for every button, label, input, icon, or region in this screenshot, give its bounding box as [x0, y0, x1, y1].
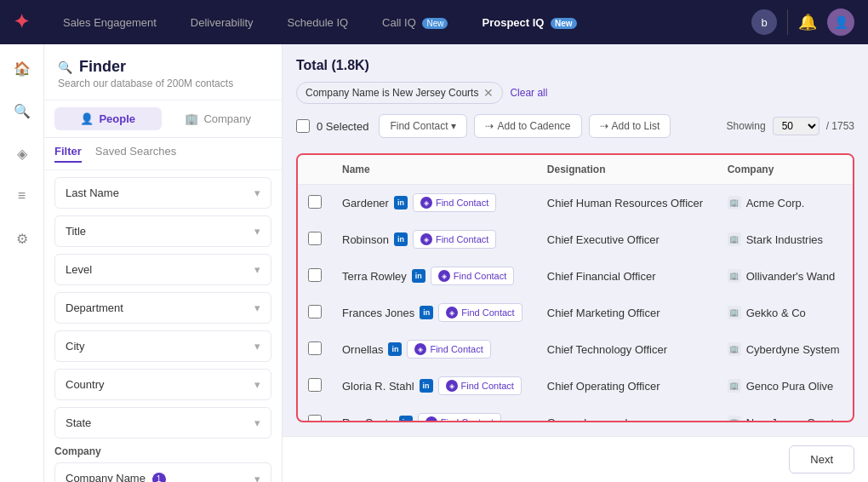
- logo-icon: ✦: [14, 11, 29, 33]
- company-building-icon: 🏢: [728, 269, 741, 283]
- find-contact-button[interactable]: ◈ Find Contact: [413, 230, 496, 249]
- add-to-list-button[interactable]: ⇢ Add to List: [589, 114, 671, 138]
- find-contact-dropdown[interactable]: Find Contact ▾: [379, 114, 467, 138]
- finder-header: 🔍 Finder Search our database of 200M con…: [44, 44, 282, 100]
- user-initial-avatar[interactable]: b: [751, 9, 777, 35]
- tab-people[interactable]: 👤 People: [54, 107, 162, 130]
- filter-panel: 🔍 Finder Search our database of 200M con…: [44, 44, 283, 482]
- tab-company[interactable]: 🏢 Company: [165, 107, 272, 130]
- find-contact-button[interactable]: ◈ Find Contact: [438, 376, 522, 395]
- row-company-cell: 🏢 Stark Industries: [717, 221, 853, 258]
- filter-tab-filter[interactable]: Filter: [54, 145, 82, 163]
- company-name: Cyberdyne System: [746, 343, 840, 356]
- header-name-col: Name: [332, 155, 537, 185]
- notification-icon[interactable]: 🔔: [798, 13, 817, 32]
- table-row: Robinson in ◈ Find Contact Chief Executi…: [298, 221, 853, 258]
- nav-call-iq[interactable]: Call IQ New: [375, 13, 454, 32]
- contact-name: Roy Coats: [342, 416, 394, 423]
- find-contact-button[interactable]: ◈ Find Contact: [407, 340, 490, 359]
- row-checkbox-cell: [298, 368, 332, 405]
- company-building-icon: 🏢: [728, 196, 741, 209]
- linkedin-icon[interactable]: in: [420, 306, 433, 319]
- row-company-cell: 🏢 Genco Pura Olive: [717, 368, 853, 405]
- header-company-col: Company: [717, 155, 853, 185]
- chevron-down-icon: ▾: [254, 186, 260, 199]
- sidebar-settings-icon[interactable]: ⚙: [9, 225, 36, 252]
- row-checkbox[interactable]: [308, 305, 322, 318]
- clear-all-button[interactable]: Clear all: [510, 87, 547, 99]
- user-avatar[interactable]: 👤: [827, 9, 854, 36]
- filter-state[interactable]: State ▾: [54, 407, 271, 439]
- filter-last-name[interactable]: Last Name ▾: [54, 177, 271, 209]
- row-checkbox[interactable]: [308, 378, 322, 392]
- linkedin-icon[interactable]: in: [420, 379, 433, 393]
- linkedin-icon[interactable]: in: [412, 269, 425, 283]
- main-layout: 🏠 🔍 ◈ ≡ ⚙ 🔍 Finder Search our database o…: [0, 44, 868, 482]
- selected-count-label: 0 Selected: [317, 120, 368, 133]
- sidebar-home-icon[interactable]: 🏠: [9, 55, 36, 82]
- linkedin-icon[interactable]: in: [399, 416, 413, 422]
- find-contact-button[interactable]: ◈ Find Contact: [413, 193, 496, 212]
- filter-chips: Company Name is New Jersey Courts ✕ Clea…: [296, 82, 854, 104]
- row-name-cell: Robinson in ◈ Find Contact: [332, 221, 537, 258]
- row-checkbox[interactable]: [308, 415, 322, 423]
- per-page-select[interactable]: 50 100: [773, 117, 819, 135]
- row-checkbox[interactable]: [308, 268, 322, 282]
- active-filter-chip: Company Name is New Jersey Courts ✕: [296, 82, 503, 104]
- contact-name: Ornellas: [342, 343, 383, 356]
- table-row: Gloria R. Stahl in ◈ Find Contact Chief …: [298, 368, 853, 405]
- row-checkbox[interactable]: [308, 232, 322, 245]
- nav-sales-engagement[interactable]: Sales Engagement: [56, 13, 163, 32]
- company-name: Stark Industries: [746, 233, 823, 246]
- prospect-icon: ◈: [438, 270, 450, 282]
- find-contact-button[interactable]: ◈ Find Contact: [431, 267, 514, 285]
- cadence-icon: ⇢: [485, 120, 494, 132]
- filter-title[interactable]: Title ▾: [54, 215, 271, 247]
- linkedin-icon[interactable]: in: [388, 342, 402, 356]
- nav-deliverability[interactable]: Deliverability: [184, 13, 260, 32]
- linkedin-icon[interactable]: in: [394, 196, 408, 209]
- bottom-bar: Next: [283, 436, 868, 482]
- linkedin-icon[interactable]: in: [394, 232, 408, 246]
- row-checkbox[interactable]: [308, 195, 322, 209]
- nav-schedule-iq[interactable]: Schedule IQ: [281, 13, 356, 32]
- row-name-cell: Ornellas in ◈ Find Contact: [332, 331, 537, 368]
- people-icon: 👤: [80, 112, 94, 125]
- select-all-checkbox[interactable]: [296, 119, 310, 133]
- finder-title-icon: 🔍: [58, 60, 72, 74]
- company-building-icon: 🏢: [728, 416, 741, 422]
- sidebar-layers-icon[interactable]: ≡: [9, 182, 36, 209]
- next-button[interactable]: Next: [789, 445, 854, 473]
- results-toolbar: 0 Selected Find Contact ▾ ⇢ Add to Caden…: [296, 114, 854, 145]
- row-checkbox-cell: [298, 221, 332, 258]
- find-contact-button[interactable]: ◈ Find Contact: [438, 303, 522, 322]
- filter-items-list: Last Name ▾ Title ▾ Level ▾ Department ▾…: [44, 170, 282, 482]
- row-company-cell: 🏢 Acme Corp.: [717, 185, 853, 221]
- results-total: Total (1.8K): [296, 58, 854, 73]
- contacts-table: Name Designation Company Gardener in ◈: [298, 155, 853, 422]
- header-designation-col: Designation: [537, 155, 717, 185]
- prospect-icon: ◈: [425, 416, 437, 422]
- add-to-cadence-button[interactable]: ⇢ Add to Cadence: [474, 114, 581, 138]
- filter-department[interactable]: Department ▾: [54, 292, 271, 324]
- find-contact-button[interactable]: ◈ Find Contact: [418, 413, 501, 422]
- company-name: New Jersey Courts: [746, 416, 840, 423]
- row-checkbox[interactable]: [308, 341, 322, 355]
- showing-label: Showing: [727, 120, 766, 132]
- chip-remove-icon[interactable]: ✕: [483, 86, 494, 100]
- row-checkbox-cell: [298, 185, 332, 221]
- header-checkbox-col: [298, 155, 332, 185]
- filter-level[interactable]: Level ▾: [54, 254, 271, 285]
- filter-country[interactable]: Country ▾: [54, 369, 271, 400]
- contact-name: Terra Rowley: [342, 270, 407, 283]
- sidebar-search-icon[interactable]: 🔍: [9, 97, 36, 124]
- row-name-cell: Terra Rowley in ◈ Find Contact: [332, 258, 537, 295]
- prospect-icon: ◈: [420, 197, 432, 209]
- company-building-icon: 🏢: [728, 306, 741, 319]
- filter-company-name[interactable]: Company Name 1 ▾: [54, 462, 271, 482]
- nav-prospect-iq[interactable]: Prospect IQ New: [475, 13, 583, 32]
- filter-tab-saved[interactable]: Saved Searches: [95, 145, 176, 163]
- filter-city[interactable]: City ▾: [54, 330, 271, 362]
- row-designation-cell: General counsel: [537, 405, 717, 423]
- sidebar-prospect-icon[interactable]: ◈: [9, 140, 36, 167]
